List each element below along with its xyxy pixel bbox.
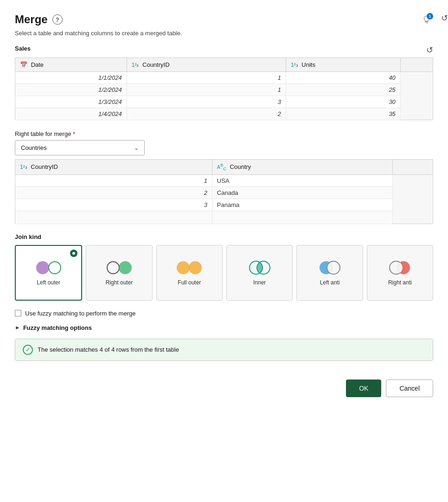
col-country-header[interactable]: ABC Country: [212, 160, 392, 175]
join-right-outer-label: Right outer: [106, 279, 133, 287]
cell-date-4: 1/4/2024: [15, 108, 127, 120]
sales-table-section: Sales ↺ 📅 Date 1²₃ CountryID 1²₃ Units: [15, 45, 433, 120]
fuzzy-checkbox[interactable]: [15, 310, 21, 316]
join-left-anti-label: Left anti: [320, 279, 340, 287]
col-type-cid: 1²₃: [20, 164, 27, 170]
cell-empty-3: [400, 96, 433, 108]
calendar-icon: 📅: [20, 61, 27, 68]
join-option-right-outer[interactable]: Right outer: [86, 245, 152, 301]
table-row: 1/4/2024 2 35: [15, 108, 433, 120]
selected-indicator: [70, 250, 77, 257]
col-countryid-label: CountryID: [142, 61, 170, 68]
subtitle: Select a table and matching columns to c…: [15, 30, 433, 37]
col-units-label: Units: [301, 61, 315, 68]
refresh-icon-right[interactable]: ↺: [441, 13, 448, 23]
lightbulb-icon[interactable]: 1: [420, 13, 433, 26]
ok-button[interactable]: OK: [346, 380, 381, 397]
footer-buttons: OK Cancel: [15, 376, 433, 397]
venn-full-outer: [177, 260, 202, 276]
join-option-inner[interactable]: Inner: [226, 245, 293, 301]
fuzzy-options-row[interactable]: ► Fuzzy matching options: [15, 324, 433, 331]
join-inner-label: Inner: [253, 279, 266, 287]
join-options-container: Left outer Right outer Full outer: [15, 245, 433, 301]
join-option-right-anti[interactable]: Right anti: [367, 245, 433, 301]
col-empty-countries-header: [393, 160, 433, 175]
cell-cid-empty: [15, 211, 212, 224]
col-date-label: Date: [31, 61, 44, 68]
sales-table: 📅 Date 1²₃ CountryID 1²₃ Units 1/1/2024 …: [15, 58, 433, 120]
table-row: [15, 211, 433, 224]
cell-country-r1: USA: [212, 174, 392, 187]
success-message: The selection matches 4 of 4 rows from t…: [38, 346, 179, 353]
col-units-header[interactable]: 1²₃ Units: [286, 58, 401, 72]
cell-cid-3: 3: [127, 96, 286, 108]
help-icon[interactable]: ?: [52, 14, 63, 25]
fuzzy-checkbox-label: Use fuzzy matching to perform the merge: [25, 310, 135, 317]
col-country-label: Country: [230, 163, 251, 170]
cell-cid-r1: 1: [15, 174, 212, 187]
success-icon: ✓: [23, 345, 33, 355]
join-left-outer-label: Left outer: [37, 279, 60, 287]
cell-country-r3: Panama: [212, 199, 392, 211]
chevron-down-icon: ⌄: [134, 145, 139, 151]
right-table-section: Right table for merge * Countries ⌄ ↺ 1²…: [15, 130, 433, 224]
venn-right-outer: [107, 260, 132, 276]
refresh-icon-sales[interactable]: ↺: [426, 45, 433, 55]
col-empty-header: [400, 58, 433, 72]
cell-empty-4: [400, 108, 433, 120]
cell-empty-r4: [393, 211, 433, 224]
col-countryid-header[interactable]: 1²₃ CountryID: [127, 58, 286, 72]
cell-date-3: 1/3/2024: [15, 96, 127, 108]
cancel-button[interactable]: Cancel: [386, 380, 433, 397]
venn-right-anti: [387, 260, 412, 276]
page-title: Merge: [15, 13, 48, 26]
sales-label: Sales: [15, 45, 31, 52]
right-table-dropdown[interactable]: Countries ⌄: [15, 140, 145, 155]
cell-date-1: 1/1/2024: [15, 72, 127, 84]
col-type-units: 1²₃: [291, 62, 298, 68]
col-type-countryid: 1²₃: [132, 62, 139, 68]
col-cid-header[interactable]: 1²₃ CountryID: [15, 160, 212, 175]
cell-empty-r1: [393, 174, 433, 187]
venn-left-outer: [36, 260, 61, 276]
right-table-label: Right table for merge *: [15, 130, 145, 137]
join-right-anti-label: Right anti: [388, 279, 412, 287]
fuzzy-checkbox-row: Use fuzzy matching to perform the merge: [15, 310, 433, 317]
table-row: 2 Canada: [15, 187, 433, 199]
cell-cid-4: 2: [127, 108, 286, 120]
cell-cid-r2: 2: [15, 187, 212, 199]
cell-units-2: 25: [286, 84, 401, 96]
lightbulb-badge: 1: [427, 13, 433, 19]
cell-units-4: 35: [286, 108, 401, 120]
cell-country-r2: Canada: [212, 187, 392, 199]
cell-empty-2: [400, 84, 433, 96]
cell-units-1: 40: [286, 72, 401, 84]
col-type-abc: ABC: [217, 164, 226, 170]
cell-cid-1: 1: [127, 72, 286, 84]
venn-inner: [247, 260, 272, 276]
join-option-left-anti[interactable]: Left anti: [296, 245, 363, 301]
fuzzy-section: Use fuzzy matching to perform the merge: [15, 310, 433, 317]
countries-table: 1²₃ CountryID ABC Country 1 USA 2 Canada: [15, 159, 433, 224]
cell-cid-r3: 3: [15, 199, 212, 211]
col-cid-label: CountryID: [31, 163, 58, 170]
join-option-full-outer[interactable]: Full outer: [156, 245, 223, 301]
cell-cid-2: 1: [127, 84, 286, 96]
join-full-outer-label: Full outer: [178, 279, 201, 287]
table-row: 1 USA: [15, 174, 433, 187]
fuzzy-options-label: Fuzzy matching options: [23, 324, 92, 331]
cell-empty-r2: [393, 187, 433, 199]
venn-left-anti: [317, 260, 342, 276]
dropdown-value: Countries: [21, 144, 47, 151]
table-row: 3 Panama: [15, 199, 433, 211]
success-banner: ✓ The selection matches 4 of 4 rows from…: [15, 339, 433, 361]
cell-date-2: 1/2/2024: [15, 84, 127, 96]
cell-units-3: 30: [286, 96, 401, 108]
join-kind-label: Join kind: [15, 233, 433, 240]
col-date-header[interactable]: 📅 Date: [15, 58, 127, 72]
join-option-left-outer[interactable]: Left outer: [15, 245, 82, 301]
cell-country-empty: [212, 211, 392, 224]
table-row: 1/1/2024 1 40: [15, 72, 433, 84]
chevron-right-icon: ►: [15, 324, 20, 331]
join-kind-section: Join kind Left outer Right outer: [15, 233, 433, 301]
